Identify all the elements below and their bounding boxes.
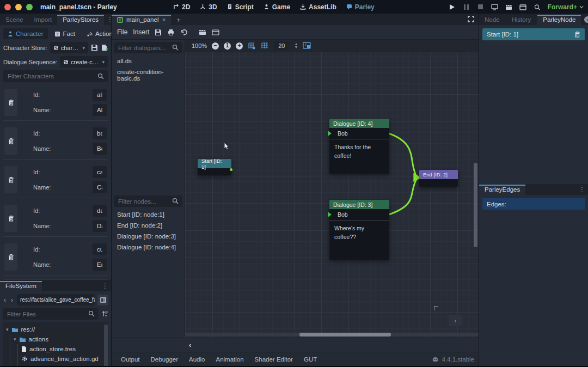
character-store-dropdown[interactable]: charact ▾: [50, 42, 88, 53]
selected-node-header[interactable]: Start [ID: 1]: [482, 28, 585, 40]
movie-maker-icon[interactable]: [519, 3, 527, 11]
file-menu[interactable]: File: [117, 28, 127, 36]
character-name-field[interactable]: [93, 104, 107, 116]
menu-3d[interactable]: 3D: [200, 3, 217, 11]
trash-icon[interactable]: [574, 31, 580, 38]
test-dialogue-icon[interactable]: [199, 29, 206, 35]
tab-parleynode[interactable]: ParleyNode: [537, 15, 581, 25]
tree-item-found-clue[interactable]: found_clue.gd: [21, 364, 107, 366]
current-path[interactable]: res://facts/alice_gave_coffee_fact.g: [17, 294, 95, 305]
graph-node-end[interactable]: End [ID: 2]: [419, 170, 458, 187]
store-tab-fact[interactable]: ? Fact: [50, 28, 79, 39]
close-tab-icon[interactable]: ×: [162, 16, 166, 23]
remote-debug-icon[interactable]: [491, 3, 499, 11]
tab-history[interactable]: History: [506, 15, 537, 25]
zoom-in-button[interactable]: +: [236, 42, 243, 50]
delete-character-button[interactable]: [4, 166, 17, 193]
delete-character-button[interactable]: [4, 89, 17, 116]
new-tab-button[interactable]: +: [171, 15, 186, 25]
tab-filesystem[interactable]: FileSystem: [0, 281, 42, 291]
expand-icon[interactable]: [468, 16, 474, 25]
tab-audio[interactable]: Audio: [184, 354, 210, 365]
new-store-icon[interactable]: [101, 44, 108, 51]
dock-options-icon[interactable]: ⋮: [99, 282, 111, 291]
node-list-item[interactable]: End [ID: node:2]: [114, 220, 182, 231]
character-id-field[interactable]: [93, 89, 107, 101]
graph-hscrollbar-track[interactable]: [185, 333, 479, 337]
dialogue-file-item[interactable]: create-condition-basic.ds: [114, 66, 182, 84]
undo-icon[interactable]: [180, 29, 187, 35]
tab-scene[interactable]: Scene: [0, 15, 29, 25]
tab-parleyedges[interactable]: ParleyEdges: [479, 185, 525, 195]
tab-node[interactable]: Node: [479, 15, 505, 25]
character-name-field[interactable]: [93, 181, 107, 193]
node-list-item[interactable]: Dialogue [ID: node:3]: [114, 231, 182, 242]
grid-size-spinner[interactable]: ▲▼: [294, 42, 298, 50]
split-view-button[interactable]: [97, 295, 108, 305]
tab-import[interactable]: Import: [29, 15, 58, 25]
character-name-field[interactable]: [93, 259, 107, 271]
node-list-item[interactable]: Start [ID: node:1]: [114, 209, 182, 220]
export-icon[interactable]: [167, 29, 175, 35]
delete-character-button[interactable]: [4, 127, 17, 155]
dock-options-icon[interactable]: ⋮: [576, 186, 588, 195]
pause-button[interactable]: [463, 3, 470, 11]
tab-debugger[interactable]: Debugger: [146, 354, 183, 365]
tree-item-res[interactable]: ▾ res://: [6, 325, 107, 334]
test-dialogue-from-node-icon[interactable]: [212, 29, 219, 35]
zoom-window-button[interactable]: [26, 4, 33, 10]
graph-hscrollbar-thumb[interactable]: [299, 333, 391, 337]
dialogue-file-item[interactable]: all.ds: [114, 56, 182, 66]
history-back-icon[interactable]: ‹: [584, 16, 588, 23]
graph-vscrollbar[interactable]: [474, 163, 477, 247]
tab-output[interactable]: Output: [116, 354, 145, 365]
tree-item-action-store[interactable]: action_store.tres: [21, 344, 107, 354]
play-port-icon[interactable]: [328, 212, 332, 217]
graph-nav-button[interactable]: ›: [449, 315, 462, 326]
node-list-item[interactable]: Dialogue [ID: node:4]: [114, 242, 182, 253]
tree-scrollbar[interactable]: [104, 325, 108, 366]
collapse-sidebar-icon[interactable]: ‹: [189, 341, 191, 349]
minimize-window-button[interactable]: [15, 4, 22, 10]
character-id-field[interactable]: [93, 166, 107, 178]
save-icon[interactable]: [155, 29, 162, 36]
menu-game[interactable]: Game: [264, 3, 290, 11]
close-window-button[interactable]: [4, 4, 11, 10]
back-icon[interactable]: ‹: [3, 296, 7, 304]
store-tab-character[interactable]: Character: [3, 28, 48, 39]
menu-parley[interactable]: Parley: [346, 3, 375, 11]
dialogue-graph[interactable]: 100% − 1 + 20 ▲▼: [185, 40, 479, 338]
tab-main-panel[interactable]: main_panel ×: [112, 15, 171, 25]
tree-item-advance-time-action[interactable]: advance_time_action.gd: [21, 354, 107, 364]
character-id-field[interactable]: [93, 127, 107, 139]
zoom-reset-button[interactable]: 1: [224, 42, 231, 50]
menu-2d[interactable]: 2D: [173, 3, 190, 11]
start-output-port[interactable]: [230, 168, 232, 171]
tab-parleystores[interactable]: ParleyStores: [57, 15, 104, 25]
tab-animation[interactable]: Animation: [211, 354, 248, 365]
stop-button[interactable]: [477, 3, 485, 11]
tab-shader-editor[interactable]: Shader Editor: [250, 354, 298, 365]
insert-menu[interactable]: Insert: [133, 28, 149, 36]
character-id-field[interactable]: [93, 205, 107, 217]
character-id-field[interactable]: [93, 243, 107, 255]
run-movie-icon[interactable]: [505, 3, 513, 11]
filter-files-input[interactable]: [3, 308, 99, 320]
delete-character-button[interactable]: [4, 205, 17, 232]
profiler-icon[interactable]: [534, 3, 541, 11]
renderer-select[interactable]: Forward+: [548, 3, 584, 11]
minimap-toggle-icon[interactable]: [303, 42, 311, 50]
tab-gut[interactable]: GUT: [299, 354, 322, 365]
forward-icon[interactable]: ›: [10, 296, 14, 304]
edges-header[interactable]: Edges:: [482, 198, 585, 210]
play-button[interactable]: [449, 3, 456, 11]
delete-character-button[interactable]: [4, 243, 17, 271]
character-name-field[interactable]: [93, 220, 107, 232]
graph-node-dialogue-4[interactable]: Dialogue [ID: 4] Bob Thanks for the coff…: [329, 119, 389, 174]
sort-icon[interactable]: [101, 310, 108, 317]
grid-toggle-icon[interactable]: [261, 42, 269, 50]
tree-item-actions[interactable]: ▾ actions: [14, 334, 107, 344]
graph-node-dialogue-3[interactable]: Dialogue [ID: 3] Bob Where's my coffee??: [329, 200, 389, 260]
menu-assetlib[interactable]: AssetLib: [300, 3, 336, 11]
save-store-icon[interactable]: [91, 44, 98, 51]
